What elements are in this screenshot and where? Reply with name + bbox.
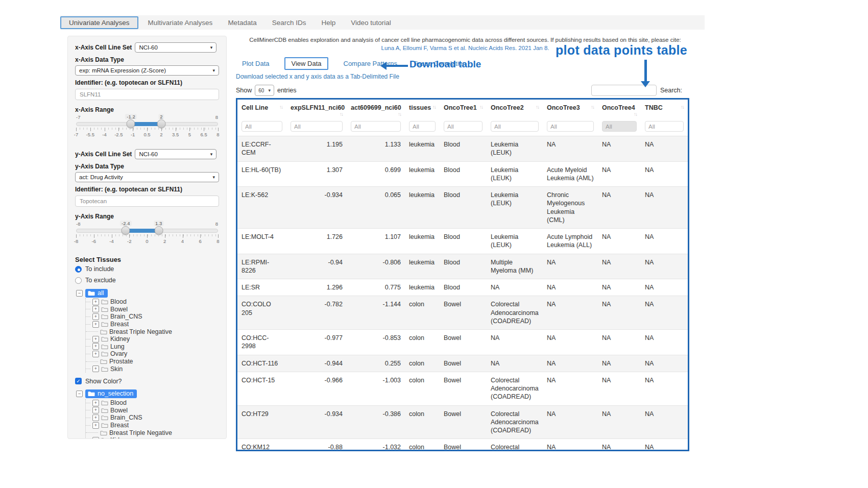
expand-icon[interactable]: + xyxy=(92,400,99,406)
tissue-tree-item-prostate[interactable]: Prostate xyxy=(86,358,219,365)
expand-icon[interactable]: + xyxy=(92,422,99,429)
nav-tab-video-tutorial[interactable]: Video tutorial xyxy=(343,15,399,30)
tissue-tree-item-skin[interactable]: +Skin xyxy=(86,365,219,373)
filter-input-cell-line[interactable] xyxy=(242,121,282,132)
sort-icon[interactable]: ↑↓ xyxy=(432,104,436,110)
expand-icon[interactable]: + xyxy=(92,336,99,343)
nav-tab-multivariate-analyses[interactable]: Multivariate Analyses xyxy=(140,15,221,30)
expand-icon[interactable]: + xyxy=(92,321,99,328)
expand-icon[interactable]: + xyxy=(92,437,99,439)
color-tree-item-brain-cns[interactable]: +Brain_CNS xyxy=(86,414,219,422)
nav-tab-univariate-analyses[interactable]: Univariate Analyses xyxy=(60,16,138,29)
tissue-tree-item-breast-triple-negative[interactable]: Breast Triple Negative xyxy=(86,328,219,335)
table-row[interactable]: CO:HCT-116-0.9440.255colonBowelNANANANA xyxy=(237,355,688,372)
expand-icon[interactable]: + xyxy=(92,351,99,357)
color-tree-item-kidney[interactable]: +Kidney xyxy=(86,436,219,439)
col-header-expslfn11-nci60[interactable]: expSLFN11_nci60↑↓ xyxy=(286,100,347,120)
sort-icon[interactable]: ↑↓ xyxy=(634,111,637,117)
col-header-tnbc[interactable]: TNBC↑↓ xyxy=(641,100,688,120)
sort-icon[interactable]: ↑↓ xyxy=(536,104,539,110)
sort-icon[interactable]: ↑↓ xyxy=(340,111,343,117)
y-axis-cell-line-set-select[interactable]: NCI-60 ▾ xyxy=(135,149,216,159)
tissue-tree-item-bowel[interactable]: +Bowel xyxy=(86,306,219,313)
filter-input-tnbc[interactable] xyxy=(645,121,684,132)
color-tree-item-blood[interactable]: +Blood xyxy=(86,399,219,407)
nav-tab-search-ids[interactable]: Search IDs xyxy=(264,15,314,30)
x-axis-range-slider[interactable]: -78-1.22-7-5.5-4-2.5-10.523.556.58 xyxy=(76,114,218,141)
download-link[interactable]: Download selected x and y axis data as a… xyxy=(236,73,694,80)
checkbox-checked-icon[interactable]: ✓ xyxy=(75,378,82,384)
expand-icon[interactable]: + xyxy=(92,407,99,413)
table-row[interactable]: LE:K-562-0.9340.065leukemiaBloodLeukemia… xyxy=(237,187,688,229)
table-row[interactable]: LE:SR1.2960.775leukemiaBloodNANANANA xyxy=(237,279,688,296)
filter-input-oncotree3[interactable] xyxy=(547,121,594,132)
color-tree-item-breast[interactable]: +Breast xyxy=(86,422,219,429)
x-axis-identifier-input[interactable] xyxy=(75,89,219,100)
tissue-exclude-option[interactable]: To exclude xyxy=(75,277,219,284)
expand-icon[interactable]: + xyxy=(92,414,99,421)
filter-input-oncotree4[interactable] xyxy=(602,121,637,132)
x-axis-slider-handle-high[interactable] xyxy=(157,119,165,128)
col-header-tissues[interactable]: tissues↑↓ xyxy=(405,100,440,120)
tissue-tree-item-kidney[interactable]: +Kidney xyxy=(86,335,219,343)
tab-plot-data[interactable]: Plot Data xyxy=(242,60,269,67)
table-row[interactable]: LE:HL-60(TB)1.3070.699leukemiaBloodLeuke… xyxy=(237,161,688,187)
collapse-icon[interactable]: − xyxy=(76,391,83,397)
table-row[interactable]: CO:KM12-0.88-1.032colonBowelColorectal A… xyxy=(237,439,688,451)
y-axis-identifier-input[interactable] xyxy=(75,196,219,207)
filter-input-act609699-nci60[interactable] xyxy=(351,121,401,132)
show-color-option[interactable]: ✓ Show Color? xyxy=(75,378,219,385)
collapse-icon[interactable]: − xyxy=(76,290,83,297)
filter-input-tissues[interactable] xyxy=(409,121,436,132)
sort-icon[interactable]: ↑↓ xyxy=(479,104,483,110)
color-tree-item-breast-triple-negative[interactable]: Breast Triple Negative xyxy=(86,429,219,436)
tissue-tree-item-blood[interactable]: +Blood xyxy=(86,298,219,306)
tissue-tree-item-ovary[interactable]: +Ovary xyxy=(86,350,219,358)
table-row[interactable]: CO:HCT-15-0.966-1.003colonBowelColorecta… xyxy=(237,372,688,405)
table-row[interactable]: CO:HCC-2998-0.977-0.853colonBowelNANANAN… xyxy=(237,330,688,355)
col-header-cell-line[interactable]: Cell Line↑↓ xyxy=(237,100,286,120)
sort-icon[interactable]: ↑↓ xyxy=(591,104,594,110)
y-axis-range-slider[interactable]: -88-2.41.3-8-6-4-202468 xyxy=(76,221,218,248)
expand-icon[interactable]: + xyxy=(92,343,99,350)
color-tree-item-bowel[interactable]: +Bowel xyxy=(86,407,219,414)
col-header-oncotree4[interactable]: OncoTree4↑↓ xyxy=(598,100,641,120)
tab-view-data[interactable]: View Data xyxy=(284,57,328,70)
sort-icon[interactable]: ↑↓ xyxy=(681,104,684,110)
radio-unselected-icon[interactable] xyxy=(75,277,82,284)
x-axis-slider-handle-low[interactable] xyxy=(127,119,135,128)
x-axis-cell-line-set-select[interactable]: NCI-60 ▾ xyxy=(135,42,216,53)
table-row[interactable]: LE:MOLT-41.7261.107leukemiaBloodLeukemia… xyxy=(237,229,688,254)
entries-select[interactable]: 60 ▾ xyxy=(255,85,274,96)
col-header-oncotree2[interactable]: OncoTree2↑↓ xyxy=(487,100,543,120)
col-header-oncotree3[interactable]: OncoTree3↑↓ xyxy=(543,100,598,120)
data-table-container[interactable]: Cell Line↑↓expSLFN11_nci60↑↓act609699_nc… xyxy=(236,98,689,451)
table-row[interactable]: LE:RPMI-8226-0.94-0.806leukemiaBloodMult… xyxy=(237,254,688,279)
filter-input-oncotree2[interactable] xyxy=(491,121,539,132)
y-axis-data-type-select[interactable]: act: Drug Activity ▾ xyxy=(75,172,219,182)
x-axis-data-type-select[interactable]: exp: mRNA Expression (Z-Score) ▾ xyxy=(75,65,219,76)
table-row[interactable]: CO:HT29-0.934-0.386colonBowelColorectal … xyxy=(237,405,688,439)
nav-tab-help[interactable]: Help xyxy=(314,15,343,30)
filter-input-expslfn11-nci60[interactable] xyxy=(291,121,343,132)
col-header-oncotree1[interactable]: OncoTree1↑↓ xyxy=(440,100,487,120)
radio-selected-icon[interactable] xyxy=(75,266,82,273)
tissue-tree-root-all[interactable]: all xyxy=(85,289,108,298)
y-axis-slider-handle-low[interactable] xyxy=(122,226,130,235)
expand-icon[interactable]: + xyxy=(92,299,99,305)
tissue-tree-item-brain-cns[interactable]: +Brain_CNS xyxy=(86,313,219,321)
filter-input-oncotree1[interactable] xyxy=(444,121,483,132)
sort-icon[interactable]: ↑↓ xyxy=(279,104,282,110)
nav-tab-metadata[interactable]: Metadata xyxy=(220,15,264,30)
sort-icon[interactable]: ↑↓ xyxy=(398,111,401,117)
expand-icon[interactable]: + xyxy=(92,313,99,320)
expand-icon[interactable]: + xyxy=(92,365,99,372)
tissue-tree-item-lung[interactable]: +Lung xyxy=(86,343,219,351)
table-row[interactable]: LE:CCRF-CEM1.1951.133leukemiaBloodLeukem… xyxy=(237,136,688,162)
color-tree-root-no-selection[interactable]: no_selection xyxy=(85,389,137,398)
tissue-tree-item-breast[interactable]: +Breast xyxy=(86,321,219,328)
y-axis-slider-handle-high[interactable] xyxy=(154,226,163,235)
expand-icon[interactable]: + xyxy=(92,306,99,312)
tissue-include-option[interactable]: To include xyxy=(75,265,219,273)
col-header-act609699-nci60[interactable]: act609699_nci60↑↓ xyxy=(347,100,405,120)
